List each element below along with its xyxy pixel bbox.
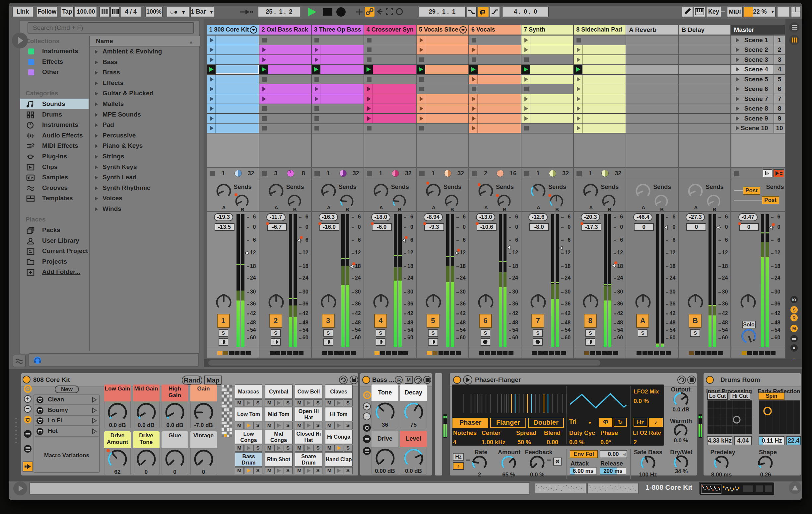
svg-text:IO: IO — [792, 298, 796, 302]
svg-text:S: S — [793, 307, 796, 313]
svg-text:M: M — [792, 326, 796, 331]
svg-text:R: R — [397, 377, 401, 383]
svg-text:R: R — [792, 316, 796, 320]
svg-text:✕: ✕ — [792, 346, 796, 351]
